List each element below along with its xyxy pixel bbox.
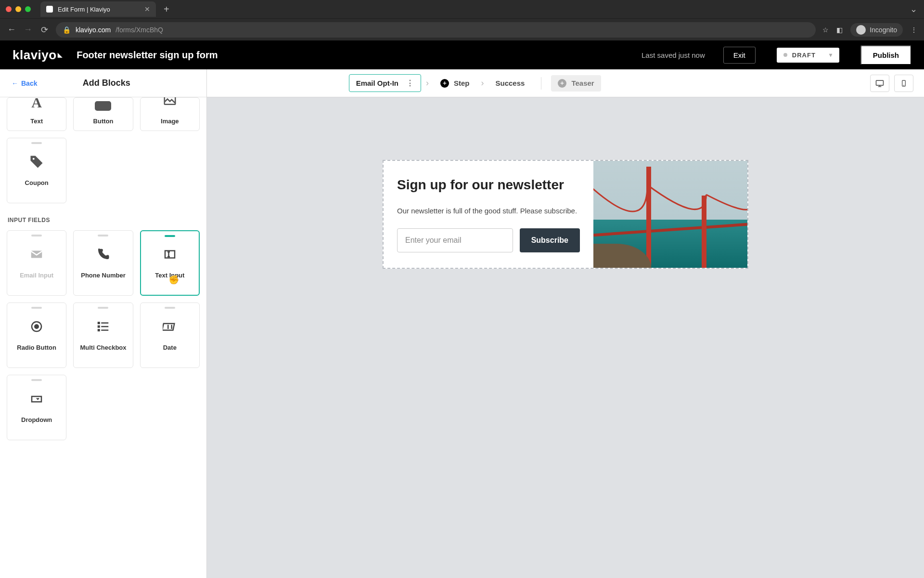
- window-controls[interactable]: [6, 6, 31, 12]
- grip-icon: [98, 307, 108, 309]
- section-input-fields: INPUT FIELDS: [8, 217, 200, 223]
- step-success[interactable]: Success: [489, 75, 532, 91]
- url-path: /forms/XmcBhQ: [116, 26, 163, 34]
- svg-rect-12: [102, 322, 109, 324]
- block-date[interactable]: Date: [140, 302, 200, 368]
- block-button[interactable]: Button: [73, 97, 133, 131]
- step-email-optin[interactable]: Email Opt-In ⋮: [349, 74, 421, 92]
- svg-rect-19: [876, 80, 883, 85]
- block-text[interactable]: A Text: [7, 97, 66, 131]
- last-saved-text: Last saved just now: [642, 51, 705, 59]
- bridge-tower-icon: [702, 196, 706, 268]
- bookmark-icon[interactable]: ☆: [822, 26, 829, 34]
- browser-tab[interactable]: Edit Form | Klaviyo ✕: [40, 1, 156, 17]
- exit-button[interactable]: Exit: [723, 47, 756, 64]
- step-label: Step: [454, 79, 470, 87]
- svg-rect-14: [102, 329, 109, 331]
- svg-rect-18: [32, 396, 41, 402]
- checklist-icon: [96, 319, 110, 337]
- svg-rect-10: [98, 326, 100, 328]
- block-label: Email Input: [20, 272, 53, 279]
- brand-logo[interactable]: klaviyo◣: [13, 48, 62, 63]
- svg-rect-9: [98, 322, 100, 324]
- form-image[interactable]: [593, 161, 747, 268]
- grip-icon: [31, 142, 42, 144]
- panel-icon[interactable]: ◧: [836, 26, 843, 34]
- add-teaser-button[interactable]: ＋ Teaser: [551, 75, 601, 92]
- grip-icon: [31, 235, 42, 236]
- tabs-overview-icon[interactable]: ⌄: [909, 4, 918, 14]
- text-icon: A: [31, 97, 42, 111]
- bridge-cable-icon: [593, 180, 747, 228]
- block-multi-checkbox[interactable]: Multi Checkbox: [73, 302, 133, 368]
- block-label: Date: [163, 344, 177, 351]
- block-email-input[interactable]: Email Input: [7, 230, 66, 296]
- window-minimize-icon[interactable]: [15, 6, 21, 12]
- phone-icon: [96, 247, 110, 265]
- grip-icon: [165, 235, 175, 237]
- step-label: Success: [496, 79, 525, 87]
- device-mobile-button[interactable]: [894, 75, 913, 92]
- add-step-button[interactable]: ＋ Step: [434, 75, 476, 92]
- new-tab-button[interactable]: +: [161, 4, 172, 15]
- block-dropdown[interactable]: Dropdown: [7, 375, 66, 440]
- chevron-right-icon: ›: [426, 78, 429, 88]
- envelope-icon: [29, 247, 44, 265]
- date-icon: [163, 319, 177, 337]
- block-text-input[interactable]: Text Input ✊: [140, 230, 200, 296]
- step-menu-icon[interactable]: ⋮: [406, 79, 414, 88]
- brand-text: klaviyo: [13, 48, 57, 63]
- incognito-label: Incognito: [870, 26, 897, 34]
- form-preview[interactable]: Sign up for our newsletter Our newslette…: [383, 160, 748, 269]
- nav-back-icon[interactable]: ←: [7, 25, 16, 35]
- radio-icon: [29, 319, 44, 337]
- browser-menu-icon[interactable]: ⋮: [911, 26, 917, 34]
- grip-icon: [98, 235, 108, 236]
- email-field[interactable]: Enter your email: [397, 228, 513, 252]
- form-heading[interactable]: Sign up for our newsletter: [397, 176, 580, 193]
- status-dropdown[interactable]: DRAFT ▾: [777, 48, 839, 63]
- plus-circle-icon: ＋: [440, 79, 449, 88]
- url-host: klaviyo.com: [76, 26, 111, 34]
- block-label: Radio Button: [17, 344, 56, 351]
- divider: [541, 77, 541, 90]
- chevron-right-icon: ›: [481, 78, 484, 88]
- tab-favicon-icon: [46, 6, 53, 13]
- block-label: Coupon: [25, 179, 49, 186]
- bridge-tower-icon: [646, 167, 651, 268]
- nav-reload-icon[interactable]: ⟳: [39, 25, 49, 35]
- brand-mark-icon: ◣: [58, 52, 63, 58]
- block-radio-button[interactable]: Radio Button: [7, 302, 66, 368]
- status-dot-icon: [783, 53, 787, 57]
- step-label: Teaser: [571, 79, 594, 87]
- arrow-left-icon: ←: [12, 79, 18, 87]
- publish-button[interactable]: Publish: [860, 45, 911, 65]
- email-placeholder: Enter your email: [405, 236, 462, 245]
- chevron-down-icon: ▾: [829, 52, 833, 58]
- image-icon: [163, 97, 177, 111]
- device-desktop-button[interactable]: [870, 75, 889, 92]
- step-label: Email Opt-In: [356, 79, 398, 87]
- incognito-avatar-icon: [856, 25, 866, 35]
- block-coupon[interactable]: Coupon: [7, 138, 66, 203]
- tab-close-icon[interactable]: ✕: [144, 5, 150, 13]
- block-label: Button: [93, 118, 114, 125]
- dropdown-icon: [29, 392, 44, 409]
- nav-forward-icon: →: [23, 25, 33, 35]
- address-bar[interactable]: 🔒 klaviyo.com/forms/XmcBhQ: [56, 22, 816, 38]
- form-paragraph[interactable]: Our newsletter is full of the good stuff…: [397, 206, 580, 217]
- window-maximize-icon[interactable]: [25, 6, 31, 12]
- incognito-indicator[interactable]: Incognito: [850, 23, 903, 37]
- svg-point-8: [35, 325, 38, 328]
- coupon-icon: [29, 155, 44, 172]
- window-close-icon[interactable]: [6, 6, 12, 12]
- svg-point-1: [33, 158, 35, 160]
- tab-title: Edit Form | Klaviyo: [58, 6, 140, 13]
- block-image[interactable]: Image: [140, 97, 200, 131]
- grip-icon: [165, 307, 175, 309]
- subscribe-button[interactable]: Subscribe: [520, 228, 580, 252]
- block-phone-number[interactable]: Phone Number: [73, 230, 133, 296]
- svg-rect-13: [102, 326, 109, 328]
- lock-icon: 🔒: [63, 26, 71, 34]
- plus-circle-icon: ＋: [558, 79, 566, 88]
